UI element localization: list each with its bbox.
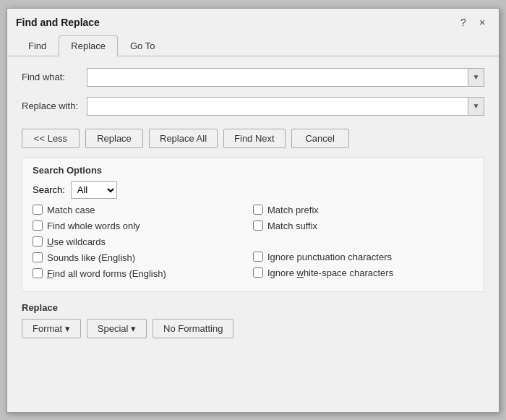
ignore-punctuation-label[interactable]: Ignore punctuation characters: [267, 252, 392, 262]
search-direction-label: Search:: [33, 184, 65, 195]
whole-words-item: Find whole words only: [33, 220, 253, 231]
whole-words-checkbox[interactable]: [33, 220, 43, 231]
tab-replace[interactable]: Replace: [59, 35, 118, 56]
ignore-whitespace-label[interactable]: Ignore white-space characters: [267, 267, 393, 278]
replace-button[interactable]: Replace: [85, 129, 143, 148]
sounds-like-item: Sounds like (English): [33, 252, 253, 263]
match-case-label[interactable]: Match case: [47, 205, 95, 215]
dialog-content: Find what: ▼ Replace with: ▼ << Less Rep…: [7, 56, 499, 412]
replace-all-button[interactable]: Replace All: [149, 129, 218, 148]
title-bar-right: ? ×: [455, 14, 490, 30]
no-formatting-button[interactable]: No Formatting: [153, 319, 233, 338]
replace-section-label: Replace: [22, 302, 484, 313]
sounds-like-checkbox[interactable]: [33, 252, 43, 262]
help-button[interactable]: ?: [455, 14, 471, 30]
sounds-like-label[interactable]: Sounds like (English): [47, 252, 135, 263]
all-word-forms-label[interactable]: Find all word forms (English): [47, 268, 166, 279]
find-what-row: Find what: ▼: [22, 68, 484, 87]
search-direction-select[interactable]: All Up Down: [71, 181, 117, 199]
all-word-forms-item: Find all word forms (English): [33, 268, 253, 279]
less-button[interactable]: << Less: [22, 129, 80, 148]
wildcards-checkbox[interactable]: [33, 236, 43, 247]
special-button[interactable]: Special ▾: [87, 319, 147, 338]
replace-with-input-wrapper: ▼: [87, 97, 484, 116]
whole-words-label[interactable]: Find whole words only: [47, 220, 140, 231]
match-case-checkbox[interactable]: [33, 205, 43, 215]
right-checkboxes: Match prefix Match suffix Ignore punctua…: [253, 205, 473, 284]
replace-with-label: Replace with:: [22, 100, 87, 111]
match-prefix-label[interactable]: Match prefix: [267, 205, 319, 215]
ignore-whitespace-item: Ignore white-space characters: [253, 267, 473, 278]
close-button[interactable]: ×: [474, 14, 490, 30]
dialog-title: Find and Replace: [16, 17, 100, 28]
wildcards-item: Use wildcards: [33, 236, 253, 247]
search-options-label: Search Options: [33, 165, 473, 176]
find-replace-dialog: Find and Replace ? × Find Replace Go To …: [7, 8, 499, 413]
replace-with-input[interactable]: [87, 98, 468, 115]
find-what-label: Find what:: [22, 72, 87, 82]
replace-section: Replace Format ▾ Special ▾ No Formatting: [22, 302, 484, 338]
tab-goto[interactable]: Go To: [118, 35, 167, 56]
match-case-item: Match case: [33, 205, 253, 215]
checkboxes-grid: Match case Find whole words only Use wil…: [33, 205, 473, 284]
match-prefix-item: Match prefix: [253, 205, 473, 215]
replace-with-row: Replace with: ▼: [22, 97, 484, 116]
find-what-dropdown[interactable]: ▼: [468, 69, 484, 86]
ignore-whitespace-checkbox[interactable]: [253, 267, 263, 278]
action-buttons: << Less Replace Replace All Find Next Ca…: [22, 126, 484, 148]
search-direction-row: Search: All Up Down: [33, 181, 473, 199]
search-options-section: Search Options Search: All Up Down Match…: [22, 157, 484, 292]
cancel-button[interactable]: Cancel: [291, 129, 349, 148]
wildcards-label[interactable]: Use wildcards: [47, 236, 106, 247]
tab-bar: Find Replace Go To: [7, 30, 499, 56]
match-prefix-checkbox[interactable]: [253, 205, 263, 215]
all-word-forms-checkbox[interactable]: [33, 268, 43, 278]
title-bar: Find and Replace ? ×: [7, 9, 499, 30]
ignore-punctuation-checkbox[interactable]: [253, 252, 263, 262]
format-button[interactable]: Format ▾: [22, 319, 81, 338]
match-suffix-checkbox[interactable]: [253, 220, 263, 231]
replace-btn-row: Format ▾ Special ▾ No Formatting: [22, 319, 484, 338]
match-suffix-item: Match suffix: [253, 220, 473, 231]
replace-with-dropdown[interactable]: ▼: [468, 98, 484, 115]
left-checkboxes: Match case Find whole words only Use wil…: [33, 205, 253, 284]
tab-find[interactable]: Find: [16, 35, 59, 56]
find-what-input[interactable]: [87, 69, 468, 86]
title-bar-left: Find and Replace: [16, 17, 100, 28]
ignore-punctuation-item: Ignore punctuation characters: [253, 252, 473, 262]
find-next-button[interactable]: Find Next: [223, 129, 286, 148]
match-suffix-label[interactable]: Match suffix: [267, 220, 317, 231]
find-what-input-wrapper: ▼: [87, 68, 484, 87]
